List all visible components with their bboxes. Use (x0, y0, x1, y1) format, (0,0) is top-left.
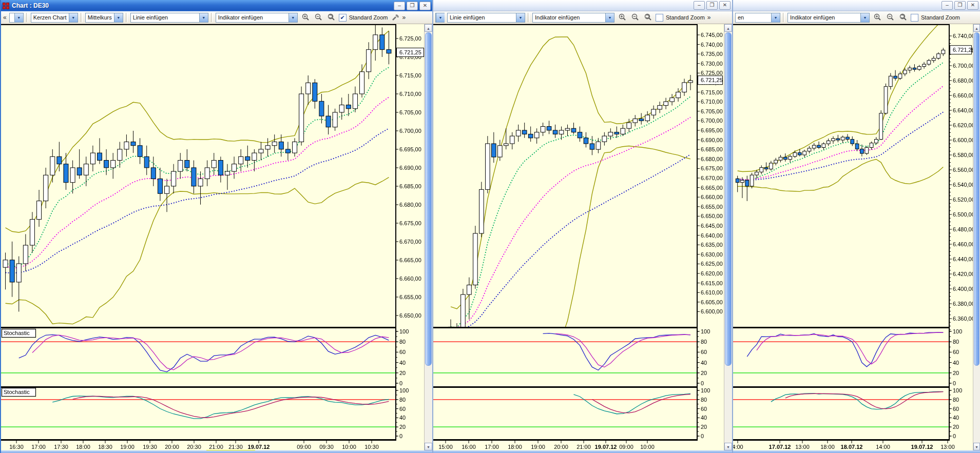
maximize-button[interactable]: ❐ (954, 1, 966, 10)
scrollbar-thumb[interactable] (974, 32, 979, 366)
clipped-insert-line-combo[interactable]: en▼ (735, 13, 780, 23)
price-type-combo[interactable]: Mittelkurs▼ (85, 13, 123, 23)
titlebar[interactable]: Chart : DE30 – ❐ ✕ (1, 0, 432, 11)
overflow-left-icon[interactable]: « (3, 14, 7, 21)
chevron-down-icon: ▼ (436, 13, 445, 22)
vertical-scrollbar[interactable]: ▲ ▼ (424, 24, 432, 450)
zoom-reset-icon[interactable] (898, 13, 908, 23)
chart-type-combo[interactable]: Kerzen Chart▼ (31, 13, 78, 23)
toolbar-separator (211, 13, 213, 22)
zoom-out-icon[interactable] (885, 13, 895, 23)
chevron-down-icon: ▼ (69, 13, 78, 22)
zoom-in-icon[interactable] (872, 13, 882, 23)
close-button[interactable]: ✕ (967, 1, 978, 10)
chart-area (1, 24, 425, 450)
chart-area (733, 24, 973, 450)
toolbar: « ▼ Kerzen Chart▼ Mittelkurs▼ Linie einf… (1, 11, 432, 24)
zoom-in-icon[interactable] (300, 13, 311, 23)
scroll-up-arrow-icon[interactable]: ▲ (425, 24, 432, 32)
maximize-button[interactable]: ❐ (706, 1, 718, 10)
zoom-out-icon[interactable] (630, 13, 640, 23)
toolbar-separator (528, 13, 530, 22)
chart-area (433, 24, 724, 450)
app-icon (3, 3, 9, 9)
app-root: Chart : DE30 – ❐ ✕ « ▼ Kerzen Chart▼ Mit… (0, 0, 980, 453)
chevron-down-icon: ▼ (860, 13, 869, 22)
toolbar-separator (81, 13, 83, 22)
toolbar-separator (126, 13, 128, 22)
insert-indicator-combo[interactable]: Indikator einfügen▼ (532, 13, 614, 23)
zoom-reset-icon[interactable] (643, 13, 653, 23)
scrollbar-thumb[interactable] (425, 32, 432, 366)
scroll-down-arrow-icon[interactable]: ▼ (724, 443, 732, 450)
maximize-button[interactable]: ❐ (407, 2, 418, 10)
standard-zoom-label: Standard Zoom (921, 14, 960, 21)
close-button[interactable]: ✕ (419, 2, 431, 10)
price-chart-canvas[interactable] (733, 24, 973, 450)
clipped-combo[interactable]: ▼ (435, 13, 445, 23)
horizontal-scrollbar[interactable] (733, 450, 980, 453)
overflow-right-icon[interactable]: » (707, 14, 711, 21)
insert-indicator-combo[interactable]: Indikator einfügen▼ (787, 13, 870, 23)
vertical-scrollbar[interactable]: ▲ ▼ (973, 24, 980, 450)
close-button[interactable]: ✕ (719, 1, 731, 10)
vertical-scrollbar[interactable]: ▲ ▼ (724, 24, 732, 450)
minimize-button[interactable]: – (941, 1, 953, 10)
minimize-button[interactable]: – (394, 2, 405, 10)
scroll-down-arrow-icon[interactable]: ▼ (973, 443, 980, 450)
insert-indicator-combo[interactable]: Indikator einfügen▼ (216, 13, 298, 23)
standard-zoom-checkbox[interactable] (656, 14, 663, 22)
toolbar: ▼ Linie einfügen▼ Indikator einfügen▼ St… (433, 11, 732, 24)
titlebar[interactable]: – ❐ ✕ (733, 0, 980, 11)
standard-zoom-label: Standard Zoom (666, 14, 705, 21)
toolbar-separator (783, 13, 785, 22)
chevron-down-icon: ▼ (605, 13, 614, 22)
chevron-down-icon: ▼ (516, 13, 525, 22)
chevron-down-icon: ▼ (289, 13, 297, 22)
standard-zoom-label: Standard Zoom (349, 14, 388, 21)
window-title: Chart : DE30 (12, 2, 394, 9)
chart-mode-combo[interactable]: ▼ (9, 13, 24, 23)
wrench-icon[interactable] (391, 13, 400, 22)
insert-line-combo[interactable]: Linie einfügen▼ (447, 13, 525, 23)
toolbar-separator (26, 13, 28, 22)
zoom-out-icon[interactable] (313, 13, 323, 23)
standard-zoom-checkbox[interactable] (911, 14, 918, 22)
chart-window-3: – ❐ ✕ en▼ Indikator einfügen▼ Standard Z… (732, 0, 980, 453)
zoom-in-icon[interactable] (617, 13, 627, 23)
horizontal-scrollbar[interactable] (433, 450, 732, 453)
scroll-up-arrow-icon[interactable]: ▲ (724, 24, 732, 32)
overflow-right-icon[interactable]: » (402, 14, 406, 21)
scroll-up-arrow-icon[interactable]: ▲ (973, 24, 980, 32)
chart-window-2: – ❐ ✕ ▼ Linie einfügen▼ Indikator einfüg… (432, 0, 732, 453)
toolbar: en▼ Indikator einfügen▼ Standard Zoom (733, 11, 980, 24)
scroll-down-arrow-icon[interactable]: ▼ (425, 443, 432, 450)
chevron-down-icon: ▼ (14, 13, 23, 22)
chart-window-1: Chart : DE30 – ❐ ✕ « ▼ Kerzen Chart▼ Mit… (0, 0, 432, 453)
chevron-down-icon: ▼ (771, 13, 780, 22)
horizontal-scrollbar[interactable] (1, 450, 432, 453)
minimize-button[interactable]: – (694, 1, 705, 10)
price-chart-canvas[interactable] (1, 24, 425, 450)
scrollbar-thumb[interactable] (725, 32, 732, 366)
titlebar[interactable]: – ❐ ✕ (433, 0, 732, 11)
zoom-reset-icon[interactable] (326, 13, 336, 23)
chevron-down-icon: ▼ (114, 13, 123, 22)
price-chart-canvas[interactable] (433, 24, 724, 450)
standard-zoom-checkbox[interactable]: ✔ (339, 14, 347, 22)
insert-line-combo[interactable]: Linie einfügen▼ (130, 13, 208, 23)
chevron-down-icon: ▼ (199, 13, 208, 22)
